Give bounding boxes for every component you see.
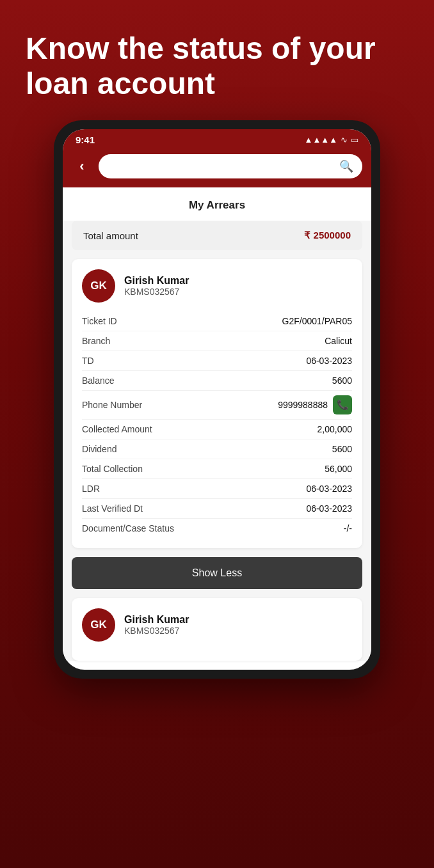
search-input[interactable] (108, 161, 334, 172)
second-customer-info: Girish Kumar KBMS032567 (124, 614, 189, 636)
second-customer-card: GK Girish Kumar KBMS032567 (72, 598, 362, 661)
signal-icon: ▲▲▲▲ (305, 135, 337, 145)
detail-row: BranchCalicut (82, 331, 352, 351)
call-button[interactable]: 📞 (333, 395, 352, 414)
detail-row: TD06-03-2023 (82, 351, 352, 371)
customer-name: Girish Kumar (124, 275, 189, 287)
phone-number-value: 9999988888 (278, 400, 328, 410)
second-customer-account-id: KBMS032567 (124, 626, 189, 636)
detail-value: 06-03-2023 (306, 356, 352, 366)
detail-key: Collected Amount (82, 424, 152, 434)
hero-title: Know the status of your loan account (26, 31, 408, 101)
detail-key: Balance (82, 375, 115, 386)
detail-value: -/- (344, 523, 352, 533)
detail-row: Balance5600 (82, 371, 352, 391)
second-customer-header: GK Girish Kumar KBMS032567 (82, 608, 352, 642)
nav-bar: ‹ 🔍 (63, 149, 371, 187)
status-icons: ▲▲▲▲ ∿ ▭ (305, 135, 358, 145)
detail-row: Phone Number9999988888📞 (82, 391, 352, 420)
search-bar[interactable]: 🔍 (99, 154, 362, 178)
avatar: GK (82, 269, 115, 303)
detail-key: Last Verified Dt (82, 503, 143, 514)
detail-key: Ticket ID (82, 316, 117, 326)
status-bar: 9:41 ▲▲▲▲ ∿ ▭ (63, 129, 371, 149)
status-time: 9:41 (76, 134, 95, 145)
search-icon[interactable]: 🔍 (339, 159, 353, 173)
screen-content: My Arrears Total amount ₹ 2500000 GK Gir… (63, 187, 371, 661)
detail-row: Last Verified Dt06-03-2023 (82, 499, 352, 519)
detail-row: Dividend5600 (82, 439, 352, 459)
detail-value: 06-03-2023 (306, 503, 352, 514)
detail-row: Ticket IDG2F/0001/PAR05 (82, 312, 352, 331)
second-customer-name: Girish Kumar (124, 614, 189, 626)
phone-frame: 9:41 ▲▲▲▲ ∿ ▭ ‹ 🔍 My Arrears (54, 120, 380, 679)
battery-icon: ▭ (351, 135, 358, 145)
detail-key: LDR (82, 484, 100, 494)
detail-value: Calicut (325, 336, 352, 346)
detail-row: Document/Case Status-/- (82, 519, 352, 538)
detail-key: Dividend (82, 444, 117, 454)
detail-row: Total Collection56,000 (82, 459, 352, 479)
total-amount-label: Total amount (83, 230, 138, 241)
wifi-icon: ∿ (341, 135, 348, 145)
phone-inner: 9:41 ▲▲▲▲ ∿ ▭ ‹ 🔍 My Arrears (63, 129, 371, 670)
show-less-button[interactable]: Show Less (72, 557, 362, 589)
detail-row: LDR06-03-2023 (82, 479, 352, 499)
section-title: My Arrears (63, 187, 371, 221)
detail-value: 56,000 (325, 464, 352, 474)
detail-value: 2,00,000 (317, 424, 353, 434)
detail-value: 5600 (332, 375, 352, 386)
detail-key: Branch (82, 336, 110, 346)
detail-key: Phone Number (82, 400, 142, 410)
detail-key: TD (82, 356, 94, 366)
customer-header: GK Girish Kumar KBMS032567 (82, 269, 352, 303)
total-amount-value: ₹ 2500000 (304, 230, 351, 241)
back-button[interactable]: ‹ (72, 156, 92, 177)
phone-wrapper: 9:41 ▲▲▲▲ ∿ ▭ ‹ 🔍 My Arrears (0, 120, 434, 704)
detail-key: Document/Case Status (82, 523, 174, 533)
detail-value: 5600 (332, 444, 352, 454)
second-avatar: GK (82, 608, 115, 642)
phone-value-row: 9999988888📞 (278, 395, 352, 414)
detail-value: G2F/0001/PAR05 (282, 316, 352, 326)
detail-row: Collected Amount2,00,000 (82, 420, 352, 439)
detail-rows: Ticket IDG2F/0001/PAR05BranchCalicutTD06… (82, 312, 352, 538)
customer-card: GK Girish Kumar KBMS032567 Ticket IDG2F/… (72, 259, 362, 548)
detail-value: 06-03-2023 (306, 484, 352, 494)
detail-key: Total Collection (82, 464, 143, 474)
hero-section: Know the status of your loan account (0, 0, 434, 120)
customer-info: Girish Kumar KBMS032567 (124, 275, 189, 297)
customer-account-id: KBMS032567 (124, 287, 189, 297)
total-amount-card: Total amount ₹ 2500000 (72, 221, 362, 250)
